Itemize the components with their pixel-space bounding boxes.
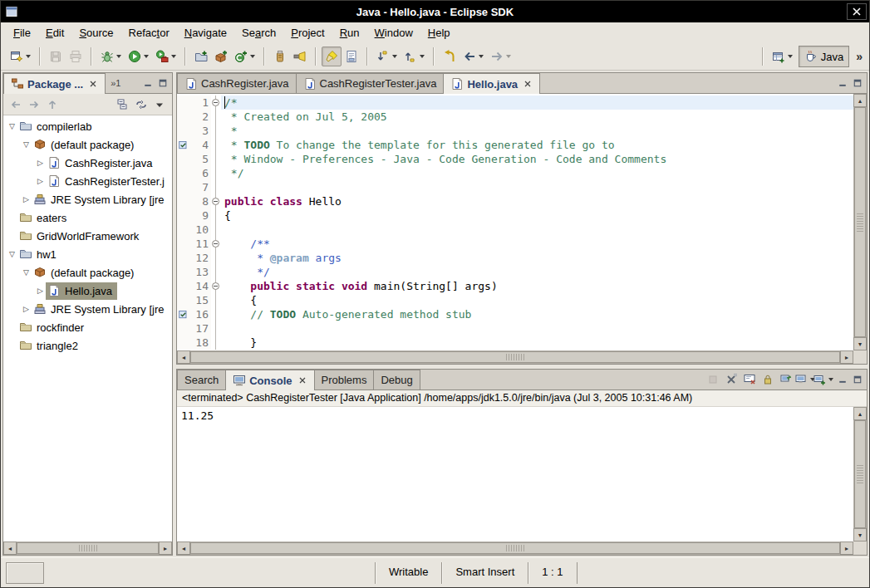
code-text[interactable]: { bbox=[221, 293, 853, 307]
pin-console-button[interactable] bbox=[777, 370, 795, 389]
code-line-8[interactable]: 8public class Hello bbox=[177, 194, 853, 208]
scrollbar-track[interactable] bbox=[190, 350, 840, 364]
code-line-15[interactable]: 15 { bbox=[177, 293, 853, 307]
tree-item-content[interactable]: GridWorldFramework bbox=[17, 228, 144, 245]
expand-arrow-icon[interactable]: ▷ bbox=[35, 287, 46, 295]
link-with-editor-button[interactable] bbox=[132, 96, 150, 114]
titlebar[interactable]: Java - Hello.java - Eclipse SDK bbox=[1, 1, 869, 22]
code-text[interactable]: * @param args bbox=[221, 251, 853, 265]
code-text[interactable]: { bbox=[221, 208, 853, 223]
new-java-package-button[interactable] bbox=[211, 47, 231, 66]
tree-item-content[interactable]: hw1 bbox=[17, 246, 61, 263]
scrollbar-thumb[interactable] bbox=[854, 107, 866, 337]
code-text[interactable] bbox=[221, 321, 853, 336]
editor-hscrollbar[interactable]: ◂▸ bbox=[177, 350, 853, 364]
up-button[interactable] bbox=[43, 96, 61, 114]
scrollbar-track[interactable] bbox=[853, 107, 867, 337]
tree-item-content[interactable]: (default package) bbox=[32, 264, 139, 282]
expand-arrow-icon[interactable]: ▷ bbox=[35, 177, 46, 185]
forward-button[interactable] bbox=[25, 96, 43, 114]
fold-collapse-icon[interactable] bbox=[212, 282, 219, 290]
scroll-left-button[interactable]: ◂ bbox=[177, 350, 190, 364]
terminate-button[interactable] bbox=[704, 370, 722, 389]
open-console-button[interactable] bbox=[813, 370, 832, 389]
dropdown-caret-icon[interactable] bbox=[116, 55, 121, 58]
dropdown-caret-icon[interactable] bbox=[144, 55, 149, 58]
fold-collapse-icon[interactable] bbox=[212, 99, 219, 106]
scroll-down-button[interactable]: ▾ bbox=[853, 337, 867, 350]
menu-file[interactable]: File bbox=[6, 24, 38, 42]
console-tab-search[interactable]: Search bbox=[177, 370, 226, 390]
java-search-button[interactable] bbox=[270, 47, 290, 66]
scroll-right-button[interactable]: ▸ bbox=[159, 541, 172, 555]
toolbar-overflow-chevron[interactable]: » bbox=[849, 50, 866, 63]
tree-item-jre-system-library-jre[interactable]: ▷JRE System Library [jre bbox=[3, 190, 172, 208]
fold-region[interactable] bbox=[211, 96, 221, 110]
new-java-project-button[interactable] bbox=[191, 47, 211, 66]
expand-arrow-icon[interactable]: ▷ bbox=[21, 305, 32, 313]
code-text[interactable]: public class Hello bbox=[221, 194, 853, 208]
menu-help[interactable]: Help bbox=[420, 24, 458, 42]
close-tab-icon[interactable] bbox=[297, 375, 307, 385]
code-text[interactable]: /* bbox=[221, 96, 853, 110]
menu-navigate[interactable]: Navigate bbox=[177, 24, 234, 42]
fold-region[interactable] bbox=[211, 194, 221, 208]
collapse-arrow-icon[interactable]: ▽ bbox=[21, 140, 32, 149]
console-tab-debug[interactable]: Debug bbox=[373, 370, 420, 390]
collapse-arrow-icon[interactable]: ▽ bbox=[21, 268, 32, 277]
tree-item-rockfinder[interactable]: rockfinder bbox=[3, 318, 172, 336]
code-line-12[interactable]: 12 * @param args bbox=[177, 251, 853, 265]
code-line-6[interactable]: 6 */ bbox=[177, 166, 853, 180]
dropdown-caret-icon[interactable] bbox=[506, 55, 511, 58]
tree-item-content[interactable]: JRE System Library [jre bbox=[32, 301, 170, 318]
scrollbar-track[interactable] bbox=[17, 541, 159, 555]
fast-view-bar[interactable] bbox=[6, 562, 44, 584]
tree-item-hw1[interactable]: ▽hw1 bbox=[3, 245, 172, 263]
run-button[interactable] bbox=[125, 47, 152, 66]
search-button[interactable] bbox=[290, 47, 310, 66]
show-selected-element-button[interactable] bbox=[342, 47, 361, 66]
code-line-17[interactable]: 17 bbox=[177, 321, 853, 336]
view-menu-button[interactable] bbox=[150, 96, 169, 114]
scroll-right-button[interactable]: ▸ bbox=[840, 541, 853, 555]
menu-edit[interactable]: Edit bbox=[38, 24, 71, 42]
tree-item-hello-java[interactable]: ▷Hello.java bbox=[3, 282, 172, 300]
dropdown-caret-icon[interactable] bbox=[392, 55, 397, 58]
expand-arrow-icon[interactable]: ▷ bbox=[35, 159, 46, 167]
code-text[interactable]: * Created on Jul 5, 2005 bbox=[221, 110, 853, 124]
code-text[interactable]: } bbox=[221, 336, 853, 350]
console-vscrollbar[interactable]: ▴▾ bbox=[853, 407, 867, 541]
back-button[interactable] bbox=[7, 96, 25, 114]
editor-tab-cashregistertester-java[interactable]: CashRegisterTester.java bbox=[296, 73, 445, 93]
editor-tab-cashregister-java[interactable]: CashRegister.java bbox=[177, 73, 297, 93]
window-close-button[interactable] bbox=[847, 3, 867, 20]
menu-project[interactable]: Project bbox=[283, 24, 332, 42]
save-button[interactable] bbox=[46, 47, 66, 66]
new-java-class-button[interactable] bbox=[231, 47, 258, 66]
task-marker-icon[interactable] bbox=[177, 307, 189, 321]
scroll-lock-button[interactable] bbox=[759, 370, 777, 389]
tree-item-triangle2[interactable]: triangle2 bbox=[3, 336, 172, 355]
maximize-console-button[interactable] bbox=[850, 372, 865, 387]
menu-window[interactable]: Window bbox=[367, 24, 420, 42]
fold-collapse-icon[interactable] bbox=[212, 198, 219, 205]
fold-region[interactable] bbox=[211, 237, 221, 251]
fold-collapse-icon[interactable] bbox=[212, 240, 219, 247]
dropdown-caret-icon[interactable] bbox=[420, 55, 425, 58]
code-text[interactable]: // TODO Auto-generated method stub bbox=[221, 307, 853, 321]
code-line-18[interactable]: 18 } bbox=[177, 336, 853, 350]
tree-item-content[interactable]: triangle2 bbox=[17, 337, 83, 355]
close-tab-icon[interactable] bbox=[523, 79, 533, 89]
new-wizard-button[interactable] bbox=[7, 47, 34, 66]
next-annotation-button[interactable] bbox=[373, 47, 401, 66]
scroll-up-button[interactable]: ▴ bbox=[853, 407, 867, 420]
previous-annotation-button[interactable] bbox=[401, 47, 428, 66]
code-text[interactable] bbox=[221, 180, 853, 194]
last-edit-location-button[interactable] bbox=[440, 47, 460, 66]
view-toolbar-overflow[interactable]: »1 bbox=[111, 78, 120, 88]
code-line-5[interactable]: 5 * Window - Preferences - Java - Code G… bbox=[177, 152, 853, 166]
print-button[interactable] bbox=[66, 47, 86, 66]
collapse-arrow-icon[interactable]: ▽ bbox=[7, 250, 17, 258]
java-perspective-button[interactable]: Java bbox=[799, 46, 849, 67]
scrollbar-track[interactable] bbox=[190, 541, 840, 555]
